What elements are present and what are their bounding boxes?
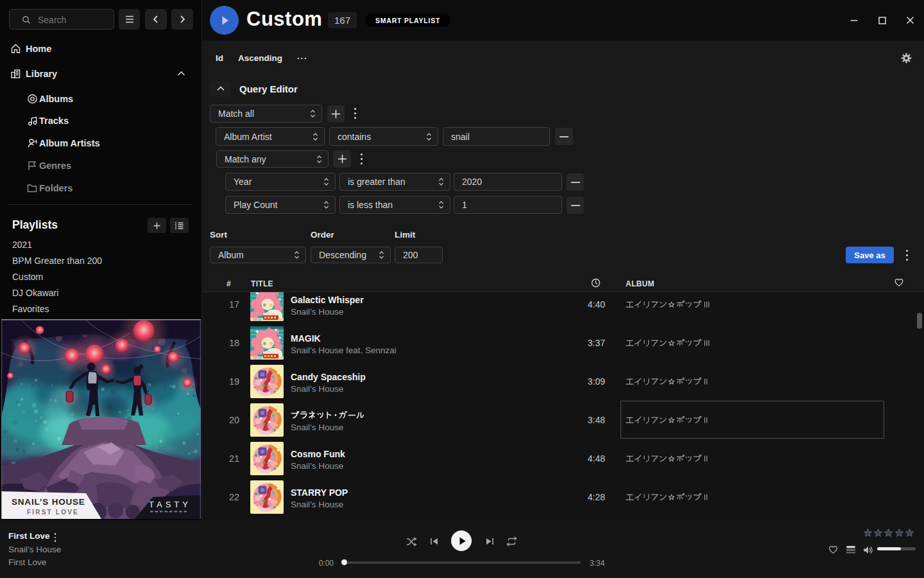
svg-text:FIRST LOVE: FIRST LOVE — [27, 509, 79, 516]
svg-text:TASTY: TASTY — [149, 500, 191, 509]
svg-text:SNAIL’S HOUSE: SNAIL’S HOUSE — [12, 497, 85, 507]
